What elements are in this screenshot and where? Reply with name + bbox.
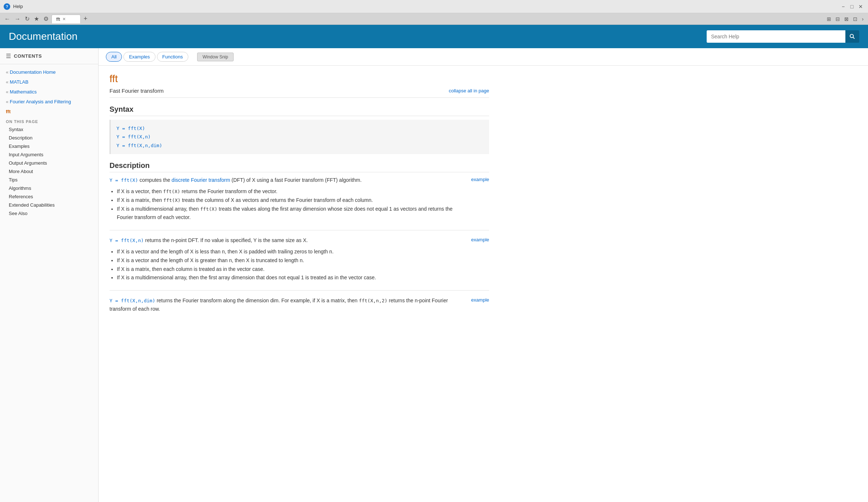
app-icon: ? [4,3,10,10]
layout-btn-3[interactable]: ⊠ [843,15,850,23]
desc-main-2: Y = fft(X,n) returns the n-point DFT. If… [110,236,464,284]
window-snip-button[interactable]: Window Snip [197,53,234,61]
desc-text-3: Y = fft(X,n,dim) returns the Fourier tra… [110,296,464,313]
sidebar-page-extended-cap[interactable]: Extended Capabilities [0,201,98,209]
sidebar-header: ☰ CONTENTS [0,48,98,64]
tab-bar: ← → ↻ ★ ⚙ fft ✕ + ⊞ ⊟ ⊠ ⊡ › [0,13,868,25]
layout-btn-4[interactable]: ⊡ [852,15,859,23]
new-tab-button[interactable]: + [82,15,89,23]
on-this-page-label: ON THIS PAGE [0,116,98,125]
desc-bullets-1: If X is a vector, then fft(X) returns th… [117,187,464,222]
sidebar-item-fourier[interactable]: Fourier Analysis and Filtering [0,97,98,107]
sidebar-page-references[interactable]: References [0,192,98,201]
tab-reload-button[interactable]: ↻ [23,15,31,23]
active-tab[interactable]: fft ✕ [51,15,81,23]
desc-text-2: Y = fft(X,n) returns the n-point DFT. If… [110,236,464,245]
desc-text-1: Y = fft(X) computes the discrete Fourier… [110,176,464,184]
separator-2 [110,290,489,291]
bullet-2-4: If X is a multidimensional array, then t… [117,273,464,282]
desc-block-1: Y = fft(X) computes the discrete Fourier… [110,176,489,224]
desc-text-2-body: returns the n-point DFT. If no value is … [145,237,308,243]
sidebar-page-see-also[interactable]: See Also [0,209,98,218]
description-section-title: Description [110,161,489,172]
main-layout: ☰ CONTENTS Documentation Home MATLAB Mat… [0,48,868,502]
minimize-button[interactable]: − [840,3,847,10]
sidebar-page-examples[interactable]: Examples [0,142,98,150]
bullet-1-1: If X is a vector, then fft(X) returns th… [117,187,464,196]
desc-text-1-post: (DFT) of X using a fast Fourier transfor… [231,177,361,183]
syntax-line-2: Y = fft(X,n) [116,133,483,141]
sidebar-page-algorithms[interactable]: Algorithms [0,184,98,192]
tab-back-button[interactable]: ← [3,15,12,23]
bullet-2-2: If X is a vector and the length of X is … [117,256,464,265]
function-subtitle: Fast Fourier transform [110,88,164,94]
desc-bullets-2: If X is a vector and the length of X is … [117,248,464,282]
tab-examples[interactable]: Examples [123,52,155,62]
svg-point-0 [850,34,853,38]
sidebar-page-description[interactable]: Description [0,134,98,142]
doc-content: fft Fast Fourier transform collapse all … [99,66,500,329]
sidebar-page-input-args[interactable]: Input Arguments [0,150,98,159]
bullet-2-3: If X is a matrix, then each column is tr… [117,265,464,274]
sidebar-item-mathematics[interactable]: Mathematics [0,87,98,97]
sidebar-page-more-about[interactable]: More About [0,167,98,176]
code-y-eq-fft-x: Y = fft(X) [110,177,138,183]
desc-block-3: Y = fft(X,n,dim) returns the Fourier tra… [110,296,489,316]
tab-functions[interactable]: Functions [157,52,188,62]
syntax-line-3: Y = fft(X,n,dim) [116,141,483,150]
syntax-code-block: Y = fft(X) Y = fft(X,n) Y = fft(X,n,dim) [110,120,489,154]
doc-title: Documentation [9,31,77,42]
sidebar-item-matlab[interactable]: MATLAB [0,77,98,87]
example-link-2[interactable]: example [471,236,489,284]
tab-forward-button[interactable]: → [13,15,22,23]
window-title: Help [13,4,23,9]
search-container [707,30,859,43]
title-bar: ? Help − □ ✕ [0,0,868,13]
example-link-1[interactable]: example [471,176,489,224]
maximize-button[interactable]: □ [848,3,856,10]
example-link-3[interactable]: example [471,296,489,316]
layout-btn-5[interactable]: › [860,15,865,23]
layout-btn-1[interactable]: ⊞ [825,15,833,23]
titlebar-left: ? Help [4,3,23,10]
desc-block-2: Y = fft(X,n) returns the n-point DFT. If… [110,236,489,284]
search-button[interactable] [845,30,859,43]
bullet-1-3: If X is a multidimensional array, then f… [117,205,464,222]
tab-bookmark-button[interactable]: ★ [32,15,41,23]
doc-header: Documentation [0,25,868,48]
collapse-all-link[interactable]: collapse all in page [449,88,489,93]
code-y-eq-fft-xndim: Y = fft(X,n,dim) [110,298,155,303]
contents-label: CONTENTS [14,53,42,59]
layout-controls: ⊞ ⊟ ⊠ ⊡ › [825,15,865,23]
content-area: All Examples Functions Window Snip fft F… [99,48,868,502]
syntax-line-1: Y = fft(X) [116,124,483,133]
desc-main-1: Y = fft(X) computes the discrete Fourier… [110,176,464,224]
filter-tabs: All Examples Functions Window Snip [99,48,868,66]
tab-label: fft [56,16,60,22]
syntax-section-title: Syntax [110,105,489,116]
sidebar: ☰ CONTENTS Documentation Home MATLAB Mat… [0,48,99,502]
search-input[interactable] [707,30,845,43]
close-button[interactable]: ✕ [857,3,864,10]
sidebar-page-tips[interactable]: Tips [0,176,98,184]
svg-line-1 [853,37,854,39]
code-y-eq-fft-xn: Y = fft(X,n) [110,238,144,243]
tab-close-button[interactable]: ✕ [62,17,66,22]
tab-settings-button[interactable]: ⚙ [42,15,50,23]
hamburger-icon[interactable]: ☰ [6,53,11,60]
sidebar-item-doc-home[interactable]: Documentation Home [0,67,98,77]
sidebar-current-page: fft [0,107,98,116]
search-icon [849,34,855,39]
tab-all[interactable]: All [106,52,122,62]
function-title: fft [110,73,489,85]
dft-link[interactable]: discrete Fourier transform [172,177,230,183]
layout-btn-2[interactable]: ⊟ [834,15,841,23]
window-controls: − □ ✕ [840,3,864,10]
bullet-1-2: If X is a matrix, then fft(X) treats the… [117,196,464,205]
function-desc-row: Fast Fourier transform collapse all in p… [110,88,489,98]
desc-main-3: Y = fft(X,n,dim) returns the Fourier tra… [110,296,464,316]
bullet-2-1: If X is a vector and the length of X is … [117,248,464,256]
sidebar-page-output-args[interactable]: Output Arguments [0,159,98,167]
sidebar-nav: Documentation Home MATLAB Mathematics Fo… [0,64,98,221]
sidebar-page-syntax[interactable]: Syntax [0,125,98,134]
